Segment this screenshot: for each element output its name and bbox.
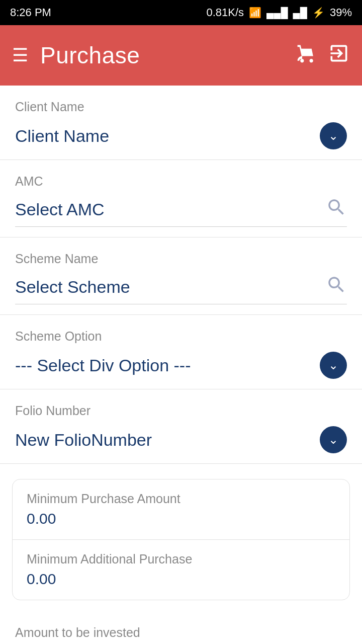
scheme-option-value: --- Select Div Option --- — [15, 356, 191, 375]
scheme-name-label: Scheme Name — [15, 252, 347, 266]
client-name-dropdown[interactable]: ⌄ — [320, 122, 347, 149]
folio-number-field: Folio Number New FolioNumber ⌄ — [0, 389, 362, 464]
cart-icon[interactable] — [296, 42, 318, 69]
exit-icon[interactable] — [328, 42, 350, 69]
folio-number-value: New FolioNumber — [15, 430, 152, 450]
status-time: 8:26 PM — [10, 6, 51, 19]
form-content: Client Name Client Name ⌄ AMC Select AMC… — [0, 86, 362, 644]
folio-number-row[interactable]: New FolioNumber ⌄ — [15, 426, 347, 453]
client-name-row[interactable]: Client Name ⌄ — [15, 122, 347, 149]
scheme-option-row[interactable]: --- Select Div Option --- ⌄ — [15, 352, 347, 379]
min-additional-row: Minimum Additional Purchase 0.00 — [13, 539, 349, 600]
info-box: Minimum Purchase Amount 0.00 Minimum Add… — [12, 479, 350, 600]
amount-label: Amount to be invested — [0, 615, 362, 644]
charging-icon: ⚡ — [312, 7, 325, 19]
amc-label: AMC — [15, 174, 347, 189]
network-speed: 0.81K/s — [206, 6, 244, 19]
client-name-label: Client Name — [15, 100, 347, 114]
amc-field: AMC Select AMC — [0, 160, 362, 237]
menu-icon[interactable]: ☰ — [12, 46, 28, 64]
amc-search-icon[interactable] — [326, 197, 347, 222]
app-bar-title: Purchase — [40, 42, 296, 69]
min-purchase-row: Minimum Purchase Amount 0.00 — [13, 479, 349, 539]
scheme-option-dropdown[interactable]: ⌄ — [320, 352, 347, 379]
min-additional-label: Minimum Additional Purchase — [27, 552, 335, 567]
status-right: 0.81K/s 📶 ▄▄█ ▄█ ⚡ 39% — [206, 6, 352, 19]
scheme-name-row[interactable]: Select Scheme — [15, 274, 347, 304]
scheme-option-label: Scheme Option — [15, 329, 347, 344]
client-name-field: Client Name Client Name ⌄ — [0, 86, 362, 160]
folio-number-dropdown[interactable]: ⌄ — [320, 426, 347, 453]
scheme-option-field: Scheme Option --- Select Div Option --- … — [0, 315, 362, 389]
scheme-search-icon[interactable] — [326, 274, 347, 300]
battery-level: 39% — [330, 6, 352, 19]
status-bar: 8:26 PM 0.81K/s 📶 ▄▄█ ▄█ ⚡ 39% — [0, 0, 362, 25]
amc-value: Select AMC — [15, 200, 105, 219]
client-name-value: Client Name — [15, 126, 109, 146]
min-additional-value: 0.00 — [27, 571, 335, 588]
min-purchase-value: 0.00 — [27, 510, 335, 527]
wifi-icon: 📶 — [249, 7, 261, 19]
app-bar: ☰ Purchase — [0, 25, 362, 86]
signal-icon-2: ▄█ — [293, 7, 307, 19]
amc-row[interactable]: Select AMC — [15, 197, 347, 227]
app-bar-actions — [296, 42, 350, 69]
folio-number-label: Folio Number — [15, 404, 347, 418]
scheme-name-field: Scheme Name Select Scheme — [0, 237, 362, 315]
signal-icon: ▄▄█ — [266, 7, 288, 19]
scheme-name-value: Select Scheme — [15, 277, 130, 297]
min-purchase-label: Minimum Purchase Amount — [27, 492, 335, 506]
